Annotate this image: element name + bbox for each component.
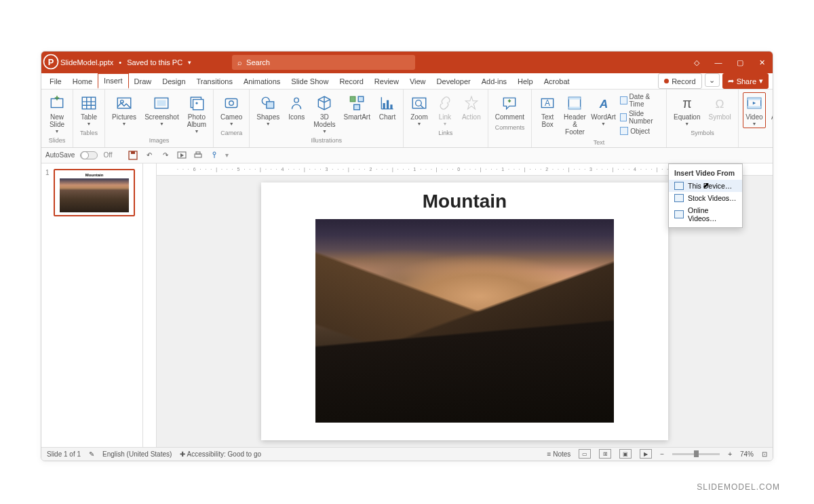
new-slide-button[interactable]: New Slide▼ — [45, 92, 69, 136]
save-button[interactable] — [128, 150, 138, 161]
tab-acrobat[interactable]: Acrobat — [539, 73, 575, 89]
svg-rect-16 — [350, 96, 355, 102]
zoom-out-button[interactable]: − — [660, 450, 664, 458]
zoom-in-button[interactable]: + — [728, 450, 732, 458]
zoom-slider[interactable] — [672, 453, 720, 455]
ribbon-group-tables: Table▼Tables — [73, 90, 105, 147]
spellcheck-icon[interactable]: ✎ — [89, 450, 94, 458]
video-option-stock-videos[interactable]: Stock Videos… — [669, 192, 742, 204]
quick-print-button[interactable] — [193, 150, 204, 161]
zoom-button[interactable]: Zoom▼ — [408, 92, 431, 128]
fit-to-window-button[interactable]: ⊡ — [762, 450, 767, 458]
dictate-button[interactable]: ⌄ — [705, 73, 720, 87]
icons-button[interactable]: Icons — [285, 92, 308, 123]
tab-design[interactable]: Design — [157, 73, 191, 89]
touch-mode-button[interactable] — [209, 150, 220, 161]
notes-button[interactable]: ≡ Notes — [547, 450, 571, 458]
tab-view[interactable]: View — [404, 73, 431, 89]
comment-button[interactable]: Comment — [492, 92, 527, 123]
zoom-level[interactable]: 74% — [740, 450, 754, 458]
3d-models-button[interactable]: 3D Models▼ — [311, 92, 338, 136]
slide-number: 1 — [45, 169, 51, 216]
record-button[interactable]: Record — [658, 73, 701, 89]
table-button[interactable]: Table▼ — [77, 92, 100, 128]
undo-button[interactable]: ↶ — [144, 150, 155, 161]
action-button[interactable]: Action — [459, 92, 484, 123]
tab-help[interactable]: Help — [512, 73, 539, 89]
tab-add-ins[interactable]: Add-ins — [476, 73, 512, 89]
slide-title[interactable]: Mountain — [423, 191, 507, 212]
video-option-online-videos[interactable]: Online Videos… — [669, 204, 742, 225]
minimize-button[interactable]: — — [708, 52, 729, 73]
filename: SlideModel.pptx — [60, 58, 113, 66]
group-label: Camera — [220, 130, 242, 136]
video-button[interactable]: Video▼ — [743, 92, 766, 128]
symbol-button[interactable]: ΩSymbol — [705, 92, 733, 123]
icons-icon — [288, 94, 305, 112]
slide-position[interactable]: Slide 1 of 1 — [47, 450, 81, 458]
slideshow-from-beginning-button[interactable] — [176, 150, 187, 161]
object-button[interactable]: Object — [619, 126, 651, 136]
link-button[interactable]: Link▼ — [433, 92, 457, 128]
tab-review[interactable]: Review — [369, 73, 404, 89]
accessibility-status[interactable]: ✚ Accessibility: Good to go — [180, 450, 261, 458]
svg-text:A: A — [598, 97, 608, 111]
svg-rect-34 — [748, 106, 761, 109]
slide-thumbnail[interactable]: Mountain — [54, 169, 135, 216]
work-area: 1 Mountain · · · 6 · · · | · · · 5 · · ·… — [41, 163, 773, 447]
chevron-down-icon: ▼ — [122, 122, 127, 126]
tab-draw[interactable]: Draw — [129, 73, 157, 89]
normal-view-button[interactable]: ▭ — [579, 449, 591, 459]
share-button[interactable]: ➦ Share ▾ — [722, 73, 769, 89]
tab-transitions[interactable]: Transitions — [191, 73, 238, 89]
ribbon-group-text: AText BoxHeader & FooterAWordArt▼Date & … — [532, 90, 667, 147]
tab-developer[interactable]: Developer — [431, 73, 476, 89]
svg-point-15 — [294, 98, 299, 103]
search-input[interactable]: ⌕ Search — [232, 55, 415, 70]
reading-view-button[interactable]: ▣ — [619, 449, 632, 459]
tab-animations[interactable]: Animations — [238, 73, 286, 89]
tab-file[interactable]: File — [44, 73, 67, 89]
symbol-icon: Ω — [711, 94, 729, 112]
svg-point-23 — [416, 100, 422, 106]
text-box-button[interactable]: AText Box — [536, 92, 559, 130]
document-title[interactable]: SlideModel.pptx Saved to this PC ▾ — [60, 58, 191, 66]
slide[interactable]: Mountain — [261, 182, 668, 440]
chevron-down-icon: ▼ — [322, 130, 327, 134]
smartart-button[interactable]: SmartArt — [341, 92, 373, 123]
close-button[interactable]: ✕ — [751, 52, 773, 73]
tab-record[interactable]: Record — [334, 73, 368, 89]
tab-slide-show[interactable]: Slide Show — [286, 73, 334, 89]
wordart-button[interactable]: AWordArt▼ — [591, 92, 616, 128]
slideshow-button[interactable]: ▶ — [640, 449, 652, 459]
pictures-button[interactable]: Pictures▼ — [109, 92, 139, 128]
screenshot-button[interactable]: Screenshot▼ — [142, 92, 182, 128]
svg-point-12 — [229, 101, 234, 106]
watermark: SLIDEMODEL.COM — [697, 482, 780, 492]
svg-rect-28 — [569, 107, 581, 109]
chart-button[interactable]: Chart — [376, 92, 399, 123]
slide-sorter-button[interactable]: ⊞ — [599, 449, 611, 459]
maximize-button[interactable]: ▢ — [729, 52, 751, 73]
redo-button[interactable]: ↷ — [160, 150, 171, 161]
tab-home[interactable]: Home — [67, 73, 98, 89]
audio-button[interactable]: Audio▼ — [769, 92, 773, 128]
svg-rect-9 — [193, 100, 203, 110]
autosave-toggle[interactable] — [80, 151, 98, 159]
autosave-label: AutoSave — [45, 151, 75, 159]
svg-rect-22 — [412, 98, 426, 109]
tab-insert[interactable]: Insert — [98, 73, 129, 89]
equation-button[interactable]: πEquation▼ — [671, 92, 703, 128]
header-footer-button[interactable]: Header & Footer — [562, 92, 588, 138]
coming-soon-button[interactable]: ◇ — [686, 52, 708, 73]
cameo-button[interactable]: Cameo▼ — [218, 92, 245, 128]
video-source-icon — [674, 182, 684, 190]
slide-number-button[interactable]: Slide Number — [619, 109, 662, 125]
photo-album-button[interactable]: Photo Album▼ — [185, 92, 209, 136]
date-time-button[interactable]: Date & Time — [619, 92, 662, 109]
chevron-down-icon: ▾ — [188, 59, 191, 66]
ribbon-group-links: Zoom▼Link▼ActionLinks — [404, 90, 488, 147]
language-status[interactable]: English (United States) — [102, 450, 172, 458]
shapes-button[interactable]: Shapes▼ — [254, 92, 282, 128]
slide-image[interactable] — [315, 219, 614, 423]
